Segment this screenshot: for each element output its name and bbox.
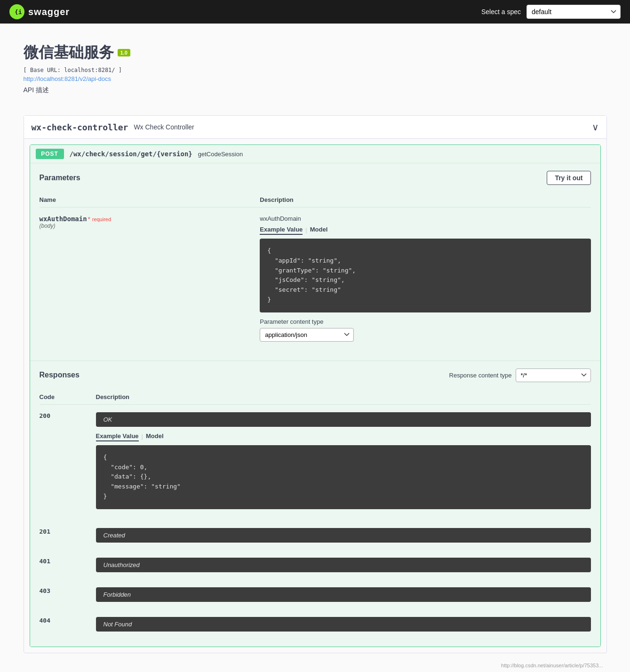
response-row: 200OKExample Value|Model{ "code": 0, "da… xyxy=(40,404,591,520)
parameters-section-header: Parameters Try it out xyxy=(40,171,591,185)
version-badge: 1.0 xyxy=(118,49,130,56)
responses-section-header: Responses Response content type */* xyxy=(40,368,591,382)
response-content-type-select[interactable]: */* xyxy=(516,368,591,382)
response-content-type-area: Response content type */* xyxy=(449,368,591,382)
api-description: API 描述 xyxy=(24,86,607,95)
main-content: 微信基础服务 1.0 [ Base URL: localhost:8281/ ]… xyxy=(14,24,616,672)
response-desc-box: Unauthorized xyxy=(96,558,591,572)
content-type-label: Parameter content type xyxy=(260,318,590,325)
response-desc-cell: Forbidden xyxy=(96,580,591,609)
footer-watermark: http://blog.csdn.net/ainuser/article/p/7… xyxy=(24,661,607,670)
response-code-block: { "code": 0, "data": {}, "message": "str… xyxy=(96,445,591,509)
response-code: 401 xyxy=(40,550,96,580)
logo-area: {i} swagger xyxy=(9,4,70,19)
response-code: 403 xyxy=(40,580,96,609)
swagger-icon: {i} xyxy=(9,4,24,19)
responses-code-col-header: Code xyxy=(40,390,96,405)
response-desc-box: Not Found xyxy=(96,617,591,632)
content-type-area: Parameter content type application/json xyxy=(260,318,590,342)
api-title: 微信基础服务 xyxy=(24,42,114,63)
response-desc-cell: Not Found xyxy=(96,609,591,639)
param-name-col-header: Name xyxy=(40,192,260,208)
tab-separator-resp: | xyxy=(142,433,143,440)
param-name-cell: wxAuthDomain*required (body) xyxy=(40,208,260,349)
api-docs-link[interactable]: http://localhost:8281/v2/api-docs xyxy=(24,75,607,82)
response-code: 200 xyxy=(40,404,96,520)
responses-title: Responses xyxy=(40,371,80,379)
tab-example-value[interactable]: Example Value xyxy=(260,225,303,235)
content-type-select[interactable]: application/json xyxy=(260,328,354,342)
endpoint-path: /wx/check/session/get/{version} xyxy=(70,150,192,158)
spec-select[interactable]: default xyxy=(526,5,621,19)
try-it-out-button[interactable]: Try it out xyxy=(547,171,590,185)
response-content-type-label: Response content type xyxy=(449,372,512,379)
parameters-title: Parameters xyxy=(40,174,80,182)
response-desc-cell: OKExample Value|Model{ "code": 0, "data"… xyxy=(96,404,591,520)
svg-text:{i}: {i} xyxy=(15,8,22,16)
responses-desc-col-header: Description xyxy=(96,390,591,405)
responses-table: Code Description 200OKExample Value|Mode… xyxy=(40,390,591,639)
header-right: Select a spec default xyxy=(481,5,621,19)
tab-separator: | xyxy=(305,226,307,233)
method-badge: POST xyxy=(36,149,64,159)
param-type: (body) xyxy=(40,223,260,229)
api-info: 微信基础服务 1.0 [ Base URL: localhost:8281/ ]… xyxy=(24,33,607,104)
endpoint-post: POST /wx/check/session/get/{version} get… xyxy=(30,144,601,647)
response-desc-box: OK xyxy=(96,412,591,427)
response-row: 403Forbidden xyxy=(40,580,591,609)
param-tabs: Example Value | Model xyxy=(260,225,590,235)
select-spec-label: Select a spec xyxy=(481,8,521,16)
tab-example-value-resp[interactable]: Example Value xyxy=(96,432,139,441)
endpoint-body: Parameters Try it out Name Description xyxy=(30,163,600,647)
response-row: 401Unauthorized xyxy=(40,550,591,580)
controller-header-left: wx-check-controller Wx Check Controller xyxy=(32,122,194,132)
controller-description: Wx Check Controller xyxy=(134,123,194,131)
responses-section: Responses Response content type */* Code… xyxy=(30,360,600,647)
app-header: {i} swagger Select a spec default xyxy=(0,0,630,24)
tab-model-resp[interactable]: Model xyxy=(146,432,164,441)
response-desc-box: Forbidden xyxy=(96,587,591,602)
brand-name: swagger xyxy=(28,7,70,17)
param-row: wxAuthDomain*required (body) wxAuthDomai… xyxy=(40,208,591,349)
response-desc-cell: Unauthorized xyxy=(96,550,591,580)
controller-section: wx-check-controller Wx Check Controller … xyxy=(24,115,607,653)
parameters-table: Name Description wxAuthDomain*required xyxy=(40,192,591,349)
parameters-section: Parameters Try it out Name Description xyxy=(30,163,600,357)
endpoint-summary: getCodeSession xyxy=(198,151,243,158)
required-label: required xyxy=(92,216,111,222)
api-title-row: 微信基础服务 1.0 xyxy=(24,42,607,63)
controller-name: wx-check-controller xyxy=(32,122,128,132)
controller-header[interactable]: wx-check-controller Wx Check Controller … xyxy=(24,116,606,139)
chevron-down-icon: ∨ xyxy=(592,121,599,133)
response-code: 404 xyxy=(40,609,96,639)
endpoint-header[interactable]: POST /wx/check/session/get/{version} get… xyxy=(30,145,600,163)
param-code-block: { "appId": "string", "grantType": "strin… xyxy=(260,239,590,312)
tab-model[interactable]: Model xyxy=(310,225,328,235)
base-url: [ Base URL: localhost:8281/ ] xyxy=(24,67,607,73)
response-row: 404Not Found xyxy=(40,609,591,639)
param-name: wxAuthDomain xyxy=(40,215,87,223)
response-row: 201Created xyxy=(40,520,591,550)
response-desc-cell: Created xyxy=(96,520,591,550)
response-code: 201 xyxy=(40,520,96,550)
response-tabs: Example Value|Model xyxy=(96,432,591,441)
required-star: * xyxy=(88,216,90,223)
param-desc-col-header: Description xyxy=(260,192,590,208)
param-desc-cell: wxAuthDomain Example Value | Model { "ap… xyxy=(260,208,590,349)
response-desc-box: Created xyxy=(96,528,591,543)
param-description: wxAuthDomain xyxy=(260,215,590,222)
